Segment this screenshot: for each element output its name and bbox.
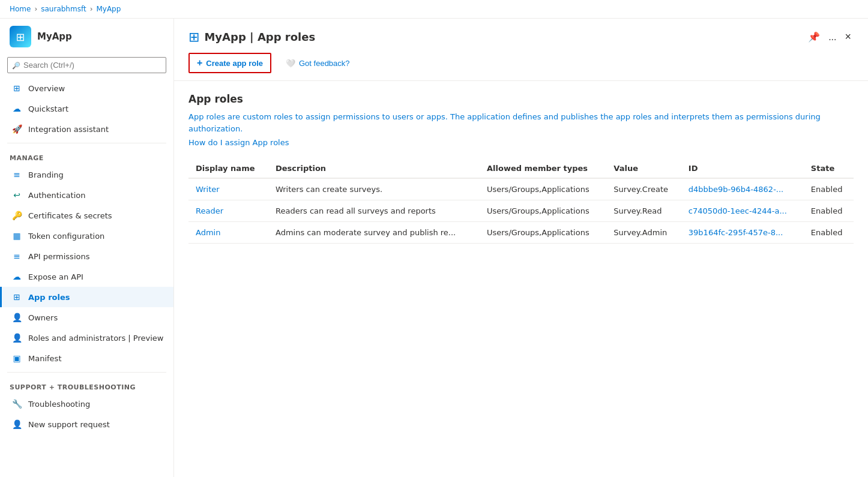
sidebar-item-app-roles[interactable]: ⊞ App roles bbox=[0, 287, 173, 307]
role-desc-1: Readers can read all surveys and reports bbox=[268, 200, 480, 222]
sidebar-item-expose-api[interactable]: ☁ Expose an API bbox=[0, 266, 173, 287]
sidebar-item-certificates[interactable]: 🔑 Certificates & secrets bbox=[0, 205, 173, 226]
role-value-0: Survey.Create bbox=[606, 178, 681, 200]
sidebar-item-new-support[interactable]: 👤 New support request bbox=[0, 414, 173, 434]
assign-roles-link[interactable]: How do I assign App roles bbox=[188, 138, 289, 147]
overview-icon: ⊞ bbox=[11, 83, 22, 94]
roles-table: Display name Description Allowed member … bbox=[188, 159, 854, 244]
sidebar-item-label: Expose an API bbox=[28, 272, 83, 281]
main-content: ⊞ MyApp | App roles 📌 ... × + Create app… bbox=[174, 19, 868, 477]
new-support-icon: 👤 bbox=[11, 419, 22, 430]
branding-icon: ≡ bbox=[11, 169, 22, 180]
role-name-link-0[interactable]: Writer bbox=[196, 185, 220, 194]
search-input[interactable] bbox=[7, 57, 166, 73]
sidebar-item-label: API permissions bbox=[28, 252, 89, 261]
table-row: Admin Admins can moderate survey and pub… bbox=[188, 222, 854, 244]
role-desc-2: Admins can moderate survey and publish r… bbox=[268, 222, 480, 244]
nav-divider-manage bbox=[7, 143, 166, 143]
role-state-2: Enabled bbox=[804, 222, 854, 244]
create-app-role-button[interactable]: + Create app role bbox=[188, 53, 271, 73]
toolbar: + Create app role 🤍 Got feedback? bbox=[174, 46, 868, 81]
role-types-0: Users/Groups,Applications bbox=[480, 178, 606, 200]
nav-divider-support bbox=[7, 372, 166, 373]
page-app-icon: ⊞ bbox=[188, 29, 199, 44]
col-allowed-types: Allowed member types bbox=[480, 159, 606, 178]
sidebar-item-label: Branding bbox=[28, 170, 64, 179]
col-display-name: Display name bbox=[188, 159, 268, 178]
sidebar-item-label: Manifest bbox=[28, 354, 61, 363]
token-icon: ▦ bbox=[11, 230, 22, 241]
col-id: ID bbox=[681, 159, 804, 178]
table-header-row: Display name Description Allowed member … bbox=[188, 159, 854, 178]
sidebar-item-label: Authentication bbox=[28, 191, 85, 200]
app-roles-icon: ⊞ bbox=[11, 292, 22, 302]
sidebar-item-roles-admin[interactable]: 👤 Roles and administrators | Preview bbox=[0, 328, 173, 348]
breadcrumb: Home › saurabhmsft › MyApp bbox=[0, 0, 868, 19]
sidebar-item-label: Owners bbox=[28, 313, 58, 322]
breadcrumb-home[interactable]: Home bbox=[10, 5, 31, 13]
sidebar-item-integration[interactable]: 🚀 Integration assistant bbox=[0, 119, 173, 139]
role-id-1: c74050d0-1eec-4244-a... bbox=[681, 200, 804, 222]
sidebar-item-token[interactable]: ▦ Token configuration bbox=[0, 226, 173, 246]
table-row: Writer Writers can create surveys. Users… bbox=[188, 178, 854, 200]
expose-api-icon: ☁ bbox=[11, 271, 22, 282]
sidebar-item-authentication[interactable]: ↩ Authentication bbox=[0, 185, 173, 205]
sidebar-item-label: Quickstart bbox=[28, 104, 68, 113]
sidebar-item-branding[interactable]: ≡ Branding bbox=[0, 164, 173, 185]
sidebar-item-quickstart[interactable]: ☁ Quickstart bbox=[0, 98, 173, 119]
api-permissions-icon: ≡ bbox=[11, 251, 22, 262]
sidebar-item-manifest[interactable]: ▣ Manifest bbox=[0, 348, 173, 368]
role-types-1: Users/Groups,Applications bbox=[480, 200, 606, 222]
table-row: Reader Readers can read all surveys and … bbox=[188, 200, 854, 222]
role-name-link-2[interactable]: Admin bbox=[196, 228, 220, 237]
page-title: MyApp | App roles bbox=[204, 31, 315, 43]
sidebar-nav: ⊞ Overview ☁ Quickstart 🚀 Integration as… bbox=[0, 78, 173, 477]
sidebar-item-api-permissions[interactable]: ≡ API permissions bbox=[0, 246, 173, 266]
sidebar-item-label: Certificates & secrets bbox=[28, 211, 112, 220]
sidebar-item-label: Roles and administrators | Preview bbox=[28, 334, 163, 343]
sidebar-item-label: New support request bbox=[28, 420, 110, 429]
roles-admin-icon: 👤 bbox=[11, 332, 22, 343]
feedback-label: Got feedback? bbox=[299, 59, 350, 68]
troubleshooting-icon: 🔧 bbox=[11, 398, 22, 409]
content-title: App roles bbox=[188, 93, 854, 105]
breadcrumb-user[interactable]: saurabhmsft bbox=[41, 5, 86, 13]
sidebar-item-troubleshooting[interactable]: 🔧 Troubleshooting bbox=[0, 394, 173, 414]
sidebar-item-overview[interactable]: ⊞ Overview bbox=[0, 78, 173, 98]
role-types-2: Users/Groups,Applications bbox=[480, 222, 606, 244]
quickstart-icon: ☁ bbox=[11, 103, 22, 114]
sidebar-app-name: MyApp bbox=[37, 31, 72, 42]
sidebar-item-label: Token configuration bbox=[28, 232, 104, 241]
role-desc-0: Writers can create surveys. bbox=[268, 178, 480, 200]
owners-icon: 👤 bbox=[11, 312, 22, 323]
app-icon bbox=[10, 26, 31, 47]
sidebar-item-label: Troubleshooting bbox=[28, 400, 90, 409]
role-value-2: Survey.Admin bbox=[606, 222, 681, 244]
sidebar-item-label: Integration assistant bbox=[28, 125, 109, 134]
role-id-2: 39b164fc-295f-457e-8... bbox=[681, 222, 804, 244]
plus-icon: + bbox=[197, 58, 202, 68]
feedback-button[interactable]: 🤍 Got feedback? bbox=[279, 55, 357, 71]
certificates-icon: 🔑 bbox=[11, 210, 22, 221]
col-description: Description bbox=[268, 159, 480, 178]
col-state: State bbox=[804, 159, 854, 178]
close-button[interactable]: × bbox=[842, 28, 854, 46]
sidebar-item-label: App roles bbox=[28, 293, 70, 302]
role-state-0: Enabled bbox=[804, 178, 854, 200]
role-id-0: d4bbbe9b-96b4-4862-... bbox=[681, 178, 804, 200]
role-state-1: Enabled bbox=[804, 200, 854, 222]
pin-button[interactable]: 📌 bbox=[806, 28, 822, 46]
role-name-link-1[interactable]: Reader bbox=[196, 206, 223, 215]
sidebar: MyApp ⊞ Overview ☁ Quickstart 🚀 bbox=[0, 19, 174, 477]
support-section-label: Support + Troubleshooting bbox=[0, 376, 173, 394]
integration-icon: 🚀 bbox=[11, 124, 22, 134]
more-options-button[interactable]: ... bbox=[826, 28, 839, 46]
sidebar-item-owners[interactable]: 👤 Owners bbox=[0, 307, 173, 328]
manage-section-label: Manage bbox=[0, 147, 173, 164]
col-value: Value bbox=[606, 159, 681, 178]
breadcrumb-app[interactable]: MyApp bbox=[96, 5, 121, 13]
content-area: App roles App roles are custom roles to … bbox=[174, 81, 868, 477]
create-label: Create app role bbox=[206, 59, 263, 68]
authentication-icon: ↩ bbox=[11, 190, 22, 200]
heart-icon: 🤍 bbox=[286, 59, 295, 68]
